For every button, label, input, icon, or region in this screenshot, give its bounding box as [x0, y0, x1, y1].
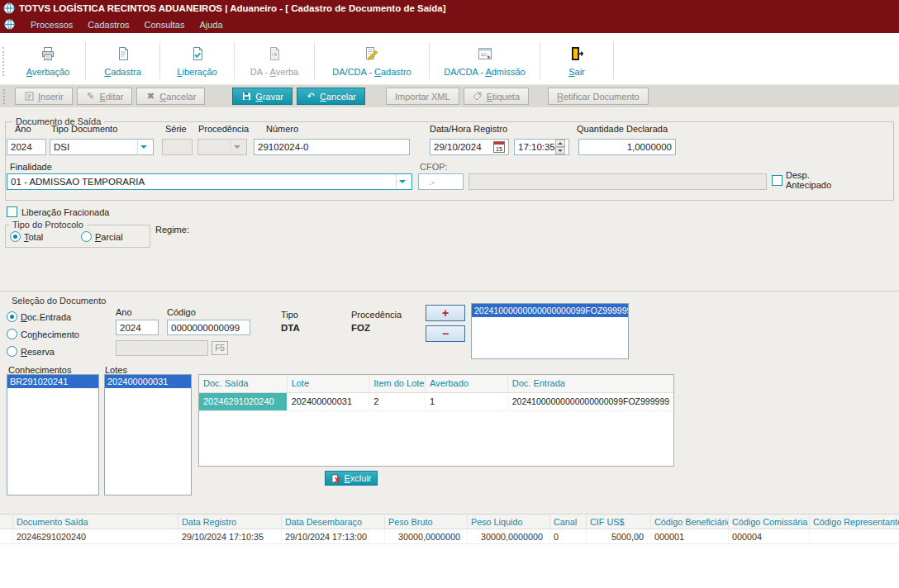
col-peso-bruto: Peso Bruto [385, 514, 468, 529]
tipo-documento-select[interactable]: DSI [50, 139, 154, 155]
itens-grid: Doc. Saída Lote Item do Lote Averbado Do… [198, 374, 674, 467]
cell-doc-saida[interactable]: 20246291020240 [199, 393, 288, 410]
toolbar-dacda-admissao[interactable]: DA/CDA - Admissão [430, 37, 540, 84]
cell-peso-liquido[interactable]: 30000,0000000 [468, 529, 550, 543]
cancelar-button[interactable]: ↶ Cancelar [297, 88, 365, 105]
lotes-listbox[interactable]: 202400000031 [104, 374, 192, 496]
cfop-mask-input[interactable]: .- [418, 173, 464, 190]
col-cif-usd: CIF US$ [587, 514, 651, 529]
finalidade-select[interactable]: 01 - ADMISSAO TEMPORARIA [7, 173, 412, 190]
doc-entrada-radio[interactable] [7, 311, 17, 322]
cell-codigo-representante[interactable] [810, 529, 899, 543]
documentos-listbox[interactable]: 20241000000000000000099FOZ999999 [471, 303, 629, 359]
col-averbado: Averbado [426, 375, 508, 392]
gravar-button[interactable]: Gravar [232, 88, 293, 105]
cell-averbado[interactable]: 1 [426, 393, 508, 410]
toolbar-separator [613, 42, 614, 79]
conhecimento-list-item[interactable]: BR291020241 [7, 375, 98, 388]
toolbar-averbacao[interactable]: Averbação [11, 37, 85, 84]
cell-doc-entrada[interactable]: 20241000000000000000099FOZ999999 [508, 393, 673, 410]
menu-consultas[interactable]: Consultas [145, 20, 185, 30]
delete-icon [331, 473, 340, 483]
actionbar-grip[interactable] [3, 89, 8, 104]
spinner-up-icon[interactable] [555, 140, 565, 147]
documento-list-item[interactable]: 20241000000000000000099FOZ999999 [472, 304, 628, 317]
table-row[interactable]: 20246291020240 29/10/2024 17:10:35 29/10… [0, 529, 899, 544]
col-canal: Canal [550, 514, 587, 529]
f5-button[interactable]: F5 [212, 341, 228, 355]
tag-icon [473, 92, 483, 102]
chevron-down-icon[interactable] [396, 174, 408, 189]
protocolo-parcial-radio[interactable] [81, 231, 92, 242]
codigo-input[interactable]: 0000000000099 [167, 320, 250, 335]
cell-item-do-lote[interactable]: 2 [369, 393, 426, 410]
etiqueta-button: Etiqueta [464, 88, 529, 105]
reserva-radio[interactable] [7, 346, 17, 357]
cell-canal[interactable]: 0 [550, 529, 587, 543]
minus-icon: − [442, 327, 449, 340]
toolbar-liberacao[interactable]: Liberação [160, 37, 234, 84]
editar-button: ✎ Editar [77, 88, 133, 105]
hora-registro-input[interactable]: 17:10:35 [514, 139, 569, 155]
toolbar-liberacao-label: Liberação [177, 67, 216, 77]
toolbar-dacda-cadastro-label: DA/CDA - Cadastro [332, 67, 411, 77]
ano-input[interactable]: 2024 [7, 139, 46, 155]
serie-label: Série [165, 124, 187, 134]
spinner-down-icon[interactable] [555, 147, 565, 154]
numero-input[interactable]: 29102024-0 [254, 139, 410, 155]
cell-documento-saida[interactable]: 20246291020240 [13, 529, 178, 543]
conhecimentos-listbox[interactable]: BR291020241 [7, 374, 99, 496]
toolbar-da-averba-label: DA - Averba [250, 67, 299, 77]
time-spinner[interactable] [555, 140, 565, 154]
conhecimento-radio[interactable] [7, 329, 17, 339]
toolbar-cadastra[interactable]: Cadastra [86, 37, 159, 84]
app-globe-icon [3, 2, 15, 14]
table-row[interactable]: 20246291020240 202400000031 2 1 20241000… [199, 393, 673, 411]
add-documento-button[interactable]: + [426, 305, 465, 321]
retificar-label: Retificar Documento [557, 92, 640, 102]
calendar-icon[interactable]: 15 [493, 141, 505, 153]
cancelar-label: Cancelar [159, 92, 196, 102]
da-averba-icon [266, 45, 283, 64]
cell-lote[interactable]: 202400000031 [288, 393, 370, 410]
quantidade-value: 1,0000000 [627, 142, 672, 152]
chevron-down-icon[interactable] [137, 140, 150, 154]
lote-list-item[interactable]: 202400000031 [105, 375, 191, 388]
selecao-ano-label: Ano [116, 307, 132, 317]
selecao-tipo-value: DTA [281, 323, 300, 333]
hora-registro-value: 17:10:35 [518, 142, 555, 152]
cell-codigo-beneficiario[interactable]: 000001 [651, 529, 729, 543]
desp-antecipado-checkbox[interactable] [772, 175, 782, 186]
data-hora-registro-label: Data/Hora Registro [430, 124, 507, 134]
liberacao-fracionada-checkbox[interactable] [7, 206, 17, 217]
section-divider [0, 291, 899, 292]
procedencia-select [197, 139, 247, 155]
remove-documento-button[interactable]: − [426, 325, 465, 342]
selecao-ano-input[interactable]: 2024 [116, 320, 159, 335]
cell-codigo-comissaria[interactable]: 000004 [729, 529, 810, 543]
cell-cif-usd[interactable]: 5000,00 [587, 529, 651, 543]
f5-label: F5 [215, 344, 225, 353]
document-icon [115, 45, 131, 64]
quantidade-declarada-label: Quantidade Declarada [577, 124, 668, 134]
excluir-label: Excluir [344, 473, 371, 483]
toolbar-sair[interactable]: Sair [540, 37, 613, 84]
excluir-button[interactable]: Excluir [325, 471, 378, 486]
cell-peso-bruto[interactable]: 30000,0000000 [385, 529, 468, 543]
cell-data-registro[interactable]: 29/10/2024 17:10:35 [178, 529, 282, 543]
data-registro-input[interactable]: 29/10/2024 15 [430, 139, 509, 155]
codigo-label: Código [167, 307, 196, 317]
chevron-down-icon [231, 140, 243, 154]
menu-ajuda[interactable]: Ajuda [199, 20, 222, 30]
cancelar2-label: Cancelar [320, 92, 356, 102]
toolbar-grip[interactable] [2, 47, 9, 76]
protocolo-total-radio[interactable] [10, 231, 21, 242]
menu-cadastros[interactable]: Cadastros [88, 20, 129, 30]
col-codigo-representante: Código Representante [810, 514, 899, 529]
release-icon [189, 45, 206, 64]
cell-data-desembaraco[interactable]: 29/10/2024 17:13:00 [282, 529, 385, 543]
toolbar-dacda-admissao-label: DA/CDA - Admissão [444, 67, 525, 77]
toolbar-dacda-cadastro[interactable]: DA/CDA - Cadastro [315, 37, 429, 84]
menu-processos[interactable]: Processos [31, 20, 73, 30]
quantidade-declarada-input[interactable]: 1,0000000 [578, 139, 676, 155]
